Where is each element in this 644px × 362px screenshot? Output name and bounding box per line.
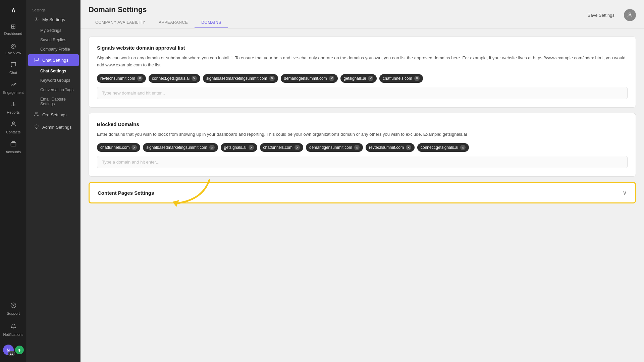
reports-icon (10, 101, 16, 109)
svg-point-7 (36, 18, 37, 20)
tag-label: getsignals.ai (224, 145, 247, 150)
btag-chatfunnels2: chatfunnels.com ✕ (260, 143, 303, 152)
nav-item-contacts[interactable]: Contacts (0, 118, 26, 137)
main-content: Domain Settings COMPANY AVAILABILITY APP… (80, 0, 644, 362)
tab-appearance[interactable]: APPEARANCE (152, 17, 195, 28)
sub-conversation-tags[interactable]: Conversation Tags (27, 85, 80, 95)
btag-remove-chatfunnels[interactable]: ✕ (131, 145, 137, 150)
tag-remove-revtechsummit[interactable]: ✕ (137, 76, 143, 81)
btag-remove-chatfunnels2[interactable]: ✕ (294, 145, 300, 150)
app-logo[interactable]: ∧ (7, 4, 19, 16)
annotation-wrapper: Content Pages Settings ∨ (89, 182, 636, 203)
sub-chat-settings[interactable]: Chat Settings (27, 66, 80, 76)
tag-signalbased: signalbasedmarketingsummit.com ✕ (203, 74, 278, 83)
blocked-card-desc: Enter domains that you wish to block fro… (97, 131, 628, 138)
settings-label: Settings (27, 5, 80, 13)
btag-revtech: revtechsummit.com ✕ (366, 143, 415, 152)
tabs: COMPANY AVAILABILITY APPEARANCE DOMAINS (89, 17, 228, 28)
blocked-card-title: Blocked Domains (97, 121, 628, 127)
far-left-nav: ∧ ⊞ Dashboard ◎ Live View Chat Engagemen… (0, 0, 27, 362)
admin-settings-item[interactable]: Admin Settings (28, 121, 79, 133)
btag-remove-connect[interactable]: ✕ (460, 145, 466, 150)
notifications-icon (10, 323, 16, 331)
nav-label-support: Support (7, 311, 20, 315)
blocked-domain-input[interactable] (97, 156, 628, 168)
chat-icon (10, 62, 16, 69)
nav-item-engagement[interactable]: Engagement (0, 79, 26, 97)
svg-point-3 (12, 122, 14, 124)
sub-saved-replies[interactable]: Saved Replies (27, 35, 80, 45)
nav-bottom: Support Notifications N 19 g. (0, 300, 26, 358)
dashboard-icon: ⊞ (11, 23, 16, 30)
top-bar-left: Domain Settings COMPANY AVAILABILITY APP… (89, 5, 228, 28)
nav-label-dashboard: Dashboard (4, 32, 22, 36)
tag-remove-demandgen[interactable]: ✕ (329, 76, 334, 81)
chat-settings-label: Chat Settings (42, 58, 68, 63)
page-title: Domain Settings (89, 5, 228, 14)
user-profile-area[interactable]: N 19 g. (0, 342, 26, 358)
support-icon (10, 302, 16, 310)
org-settings-section: Org Settings (27, 109, 80, 121)
chat-settings-item[interactable]: Chat Settings (28, 54, 79, 66)
nav-item-notifications[interactable]: Notifications (0, 321, 26, 339)
tag-label: chatfunnels.com (383, 76, 412, 81)
g-avatar: g. (15, 346, 24, 354)
sub-email-capture[interactable]: Email Capture Settings (27, 95, 80, 109)
content-pages-card[interactable]: Content Pages Settings ∨ (89, 182, 636, 203)
btag-remove-demandgen[interactable]: ✕ (354, 145, 360, 150)
tag-chatfunnels: chatfunnels.com ✕ (379, 74, 423, 83)
nav-item-dashboard[interactable]: ⊞ Dashboard (0, 20, 26, 38)
my-settings-icon (34, 17, 40, 22)
nav-label-contacts: Contacts (6, 130, 20, 134)
tag-revtechsummit: revtechsummit.com ✕ (97, 74, 146, 83)
top-bar-avatar[interactable] (624, 9, 636, 21)
tag-label: chatfunnels.com (263, 145, 292, 150)
my-settings-section: My Settings My Settings Saved Replies Co… (27, 13, 80, 54)
btag-remove-getsignals[interactable]: ✕ (249, 145, 254, 150)
tag-label: signalbasedmarketingsummit.com (206, 76, 267, 81)
nav-item-chat[interactable]: Chat (0, 59, 26, 77)
btag-remove-revtech[interactable]: ✕ (406, 145, 411, 150)
chevron-down-icon: ∨ (623, 189, 627, 196)
svg-point-9 (629, 13, 631, 15)
org-settings-item[interactable]: Org Settings (28, 109, 79, 121)
btag-demandgen: demandgensummit.com ✕ (306, 143, 363, 152)
tab-company-availability[interactable]: COMPANY AVAILABILITY (89, 17, 152, 28)
tag-remove-getsignals[interactable]: ✕ (368, 76, 373, 81)
tag-remove-signalbased[interactable]: ✕ (269, 76, 275, 81)
content-area: Signals website domain approval list Sig… (80, 28, 644, 362)
sub-company-profile[interactable]: Company Profile (27, 45, 80, 54)
nav-item-support[interactable]: Support (0, 300, 26, 318)
tag-remove-connect-getsignals[interactable]: ✕ (192, 76, 197, 81)
nav-item-accounts[interactable]: Accounts (0, 138, 26, 157)
admin-settings-label: Admin Settings (42, 125, 71, 130)
save-settings-button[interactable]: Save Settings (582, 10, 620, 20)
accounts-icon (10, 141, 16, 148)
nav-item-reports[interactable]: Reports (0, 99, 26, 117)
tag-label: connect.getsignals.ai (152, 76, 190, 81)
user-avatar: N 19 (3, 345, 14, 355)
sub-keyword-groups[interactable]: Keyword Groups (27, 76, 80, 85)
btag-remove-signalbased[interactable]: ✕ (209, 145, 215, 150)
top-bar: Domain Settings COMPANY AVAILABILITY APP… (80, 0, 644, 28)
btag-connect-getsignals: connect.getsignals.ai ✕ (417, 143, 469, 152)
my-settings-item[interactable]: My Settings (28, 14, 79, 25)
btag-chatfunnels: chatfunnels.com ✕ (97, 143, 140, 152)
sub-my-settings[interactable]: My Settings (27, 26, 80, 35)
org-settings-icon (34, 112, 40, 118)
tag-remove-chatfunnels[interactable]: ✕ (414, 76, 420, 81)
signals-domain-input[interactable] (97, 87, 628, 99)
tag-getsignals: getsignals.ai ✕ (340, 74, 377, 83)
btag-getsignals: getsignals.ai ✕ (221, 143, 257, 152)
tag-label: demandgensummit.com (284, 76, 327, 81)
nav-item-live-view[interactable]: ◎ Live View (0, 40, 26, 58)
tab-domains[interactable]: DOMAINS (195, 17, 228, 28)
signals-card-desc: Signals can work on any domain or subdom… (97, 55, 628, 69)
signals-domain-card: Signals website domain approval list Sig… (89, 37, 636, 108)
my-settings-label: My Settings (42, 17, 65, 22)
admin-settings-section: Admin Settings (27, 121, 80, 133)
nav-label-engagement: Engagement (3, 90, 23, 95)
tag-label: connect.getsignals.ai (421, 145, 458, 150)
live-view-icon: ◎ (11, 42, 16, 50)
tag-label: signalbasedmarketingsummit.com (146, 145, 207, 150)
